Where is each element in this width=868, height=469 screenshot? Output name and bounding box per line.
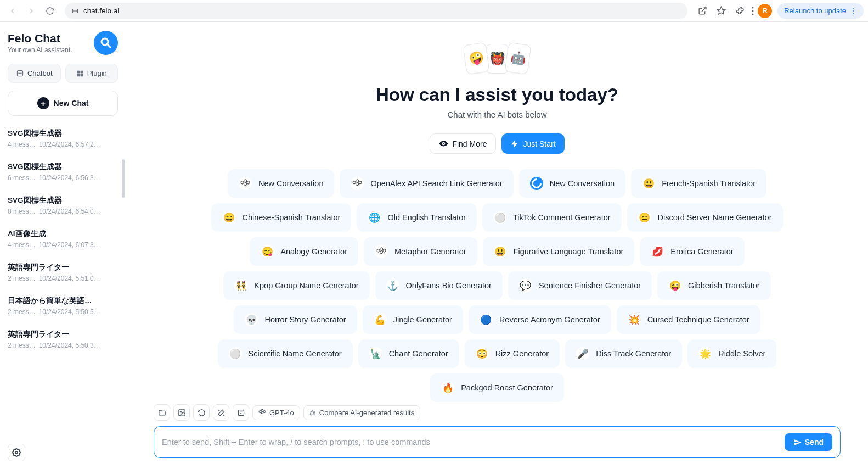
open-in-new-icon[interactable] bbox=[694, 3, 711, 19]
svg-point-14 bbox=[443, 143, 444, 144]
chat-title: 英語専門ライター bbox=[8, 263, 116, 272]
composer: GPT-4o ⚖ Compare AI-generated results Se… bbox=[154, 404, 841, 458]
bot-label: French-Spanish Translator bbox=[662, 179, 756, 188]
bot-chip[interactable]: 👯Kpop Group Name Generator bbox=[223, 271, 369, 300]
bot-chip[interactable]: 🌟Riddle Solver bbox=[687, 339, 776, 368]
bot-chip[interactable]: 😐Discord Server Name Generator bbox=[627, 203, 783, 232]
bot-chip[interactable]: 😋Analogy Generator bbox=[250, 237, 358, 266]
regenerate-button[interactable] bbox=[193, 404, 210, 421]
bot-chip[interactable]: ⚓OnlyFans Bio Generator bbox=[375, 271, 503, 300]
openai-icon bbox=[258, 409, 266, 416]
magic-wand-button[interactable] bbox=[213, 404, 229, 421]
bot-chip[interactable]: 💪Jingle Generator bbox=[363, 305, 463, 334]
bot-chip[interactable]: 💥Cursed Technique Generator bbox=[617, 305, 760, 334]
chat-history-item[interactable]: SVG図標生成器 4 mess… 10/24/2024, 6:57:2… bbox=[8, 121, 116, 155]
bot-chip[interactable]: 🔵Reverse Acronym Generator bbox=[469, 305, 611, 334]
svg-point-13 bbox=[15, 451, 18, 454]
site-info-icon[interactable] bbox=[71, 7, 79, 15]
bot-emoji-icon: 💪 bbox=[374, 313, 387, 326]
emoji-card: 🤖 bbox=[504, 42, 531, 75]
just-start-button[interactable]: Just Start bbox=[501, 133, 564, 154]
sidebar: Felo Chat Your own AI assistant. Chatbot… bbox=[0, 22, 126, 469]
chat-history-item[interactable]: 英語専門ライター 2 mess… 10/24/2024, 5:50:3… bbox=[8, 322, 116, 356]
browser-reload-button[interactable] bbox=[42, 3, 58, 19]
browser-forward-button[interactable] bbox=[23, 3, 40, 19]
tab-chatbot-label: Chatbot bbox=[27, 69, 53, 77]
bot-label: OpenAlex API Search Link Generator bbox=[370, 179, 502, 188]
bot-chip[interactable]: ⚪Scientific Name Generator bbox=[218, 339, 353, 368]
bot-emoji-icon: 🔵 bbox=[480, 313, 493, 326]
bot-chip[interactable]: 🌐Old English Translator bbox=[357, 203, 477, 232]
bot-chip[interactable]: 🗽Chant Generator bbox=[358, 339, 459, 368]
bot-chip[interactable]: 😄Chinese-Spanish Translator bbox=[211, 203, 351, 232]
bot-chip[interactable]: OpenAlex API Search Link Generator bbox=[340, 169, 513, 198]
tab-plugin[interactable]: Plugin bbox=[65, 64, 119, 83]
page-headline: How can I assist you today? bbox=[376, 85, 618, 105]
svg-point-3 bbox=[752, 10, 754, 12]
sidebar-scrollbar[interactable] bbox=[122, 159, 125, 198]
bot-label: Analogy Generator bbox=[280, 247, 347, 256]
send-button[interactable]: Send bbox=[785, 433, 832, 451]
chat-title: SVG図標生成器 bbox=[8, 196, 116, 205]
settings-button[interactable] bbox=[8, 444, 25, 461]
bot-chip[interactable]: 🔥Packgod Roast Generator bbox=[430, 373, 564, 402]
bookmark-star-icon[interactable] bbox=[713, 3, 729, 19]
swirl-icon bbox=[530, 177, 543, 190]
bot-label: Metaphor Generator bbox=[394, 247, 466, 256]
svg-rect-10 bbox=[80, 70, 83, 73]
bot-chip[interactable]: New Conversation bbox=[519, 169, 625, 198]
relaunch-menu-icon: ⋮ bbox=[849, 7, 857, 15]
bot-emoji-icon: 💬 bbox=[519, 279, 532, 292]
prompt-library-button[interactable] bbox=[233, 404, 249, 421]
profile-avatar[interactable]: R bbox=[758, 4, 772, 18]
chat-history-item[interactable]: SVG図標生成器 6 mess… 10/24/2024, 6:56:3… bbox=[8, 155, 116, 188]
brand-logo[interactable] bbox=[94, 31, 118, 55]
tab-chatbot[interactable]: Chatbot bbox=[8, 64, 61, 83]
bot-label: Gibberish Translator bbox=[688, 281, 760, 290]
emoji-card: 🤪 bbox=[463, 42, 489, 75]
bot-chip[interactable]: 💀Horror Story Generator bbox=[234, 305, 357, 334]
bot-label: Sentence Finisher Generator bbox=[539, 281, 641, 290]
bot-chip[interactable]: 😳Rizz Generator bbox=[465, 339, 560, 368]
svg-rect-12 bbox=[80, 74, 83, 76]
bot-chip[interactable]: New Conversation bbox=[228, 169, 334, 198]
chat-history-item[interactable]: SVG図標生成器 8 mess… 10/24/2024, 6:54:0… bbox=[8, 188, 116, 222]
compare-results-button[interactable]: ⚖ Compare AI-generated results bbox=[303, 405, 420, 420]
send-label: Send bbox=[805, 438, 824, 446]
bot-chip[interactable]: 😃French-Spanish Translator bbox=[631, 169, 766, 198]
chat-title: SVG図標生成器 bbox=[8, 129, 116, 138]
chat-messages-count: 2 mess… bbox=[8, 275, 36, 282]
browser-back-button[interactable] bbox=[4, 3, 21, 19]
bot-chip[interactable]: 🎤Diss Track Generator bbox=[565, 339, 682, 368]
bot-label: Discord Server Name Generator bbox=[658, 213, 772, 222]
model-selector[interactable]: GPT-4o bbox=[252, 405, 300, 420]
bot-chip[interactable]: 😃Figurative Language Translator bbox=[483, 237, 635, 266]
chat-history-item[interactable]: 英語専門ライター 2 mess… 10/24/2024, 5:51:0… bbox=[8, 255, 116, 289]
chat-title: SVG図標生成器 bbox=[8, 162, 116, 172]
new-chat-button[interactable]: + New Chat bbox=[8, 91, 118, 116]
extensions-icon[interactable] bbox=[731, 3, 748, 19]
chat-history-item[interactable]: 日本語から簡単な英語… 2 mess… 10/24/2024, 5:50:5… bbox=[8, 289, 116, 322]
svg-rect-17 bbox=[238, 410, 244, 415]
plugin-icon bbox=[76, 70, 84, 77]
bot-chip[interactable]: ⚪TikTok Comment Generator bbox=[482, 203, 622, 232]
image-button[interactable] bbox=[173, 404, 190, 421]
bot-label: Cursed Technique Generator bbox=[647, 315, 749, 324]
bot-chip[interactable]: Metaphor Generator bbox=[364, 237, 477, 266]
browser-menu-icon[interactable] bbox=[750, 3, 756, 19]
chat-timestamp: 10/24/2024, 5:50:5… bbox=[39, 308, 100, 316]
bot-label: Rizz Generator bbox=[495, 349, 549, 358]
bot-chip[interactable]: 💋Erotica Generator bbox=[640, 237, 744, 266]
bot-chip[interactable]: 😜Gibberish Translator bbox=[657, 271, 771, 300]
chat-history-item[interactable]: AI画像生成 4 mess… 10/24/2024, 6:07:3… bbox=[8, 222, 116, 255]
bot-chip[interactable]: 💬Sentence Finisher Generator bbox=[508, 271, 652, 300]
eye-icon bbox=[439, 139, 448, 148]
message-input[interactable] bbox=[162, 438, 785, 446]
find-more-button[interactable]: Find More bbox=[430, 133, 496, 154]
openai-icon bbox=[351, 177, 364, 190]
bot-label: Packgod Roast Generator bbox=[461, 383, 553, 392]
relaunch-button[interactable]: Relaunch to update ⋮ bbox=[777, 3, 864, 19]
bot-label: TikTok Comment Generator bbox=[513, 213, 611, 222]
attach-file-button[interactable] bbox=[154, 404, 170, 421]
browser-address-bar[interactable]: chat.felo.ai bbox=[65, 3, 687, 19]
